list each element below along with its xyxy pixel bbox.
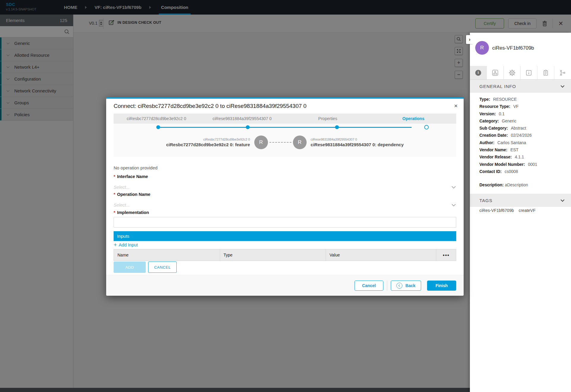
no-operation-text: No operation provided xyxy=(114,165,158,170)
field-vendor-model-number: Vendor Model Number:0001 xyxy=(479,161,537,168)
chevron-right-icon: › xyxy=(469,37,470,42)
column-type: Type xyxy=(220,249,326,261)
wizard-stepper: ciResbc7277d28cd9be3e92c2 0 ciRese983188… xyxy=(114,114,456,124)
tab-information-artifacts[interactable] xyxy=(520,66,537,79)
tags-section-header[interactable]: TAGS xyxy=(470,194,571,207)
field-resource-type: Resource Type:VF xyxy=(479,103,537,110)
step-dot-done xyxy=(335,125,339,129)
connection-dashed-line xyxy=(269,142,291,143)
back-button[interactable]: Back xyxy=(391,281,421,291)
panel-collapse-button[interactable]: › xyxy=(466,35,473,44)
field-contact-id: Contact ID:cs0008 xyxy=(479,168,537,175)
footer-divider xyxy=(387,281,387,291)
step-dot-done xyxy=(246,125,250,129)
tab-settings[interactable] xyxy=(504,66,521,79)
avatar: R xyxy=(475,41,489,55)
dependency-tree-icon xyxy=(559,70,566,76)
general-info-fields: Type:RESOURCE Resource Type:VF Version:0… xyxy=(479,96,537,175)
implementation-label: *Implementation xyxy=(114,210,149,215)
interface-name-label: *Interface Name xyxy=(114,174,148,179)
tab-general-info[interactable]: i xyxy=(470,66,487,79)
step-properties[interactable]: Properties xyxy=(285,114,371,124)
plus-icon: + xyxy=(114,243,117,247)
step-to-node[interactable]: ciRese9831884a39f29554307 0 xyxy=(199,114,285,124)
inputs-add-button[interactable]: ADD xyxy=(114,262,146,273)
chevron-down-icon xyxy=(452,202,456,206)
back-circle-icon xyxy=(396,283,402,289)
clipboard-icon xyxy=(542,70,549,76)
connect-wizard-modal: Connect: ciResbc7277d28cd9be3e92c2 0 to … xyxy=(106,97,464,296)
stepper-progress-line xyxy=(158,127,412,128)
field-vendor-release: Vendor Release:4.1.1 xyxy=(479,153,537,160)
ellipsis-icon: ●●● xyxy=(443,253,450,257)
inputs-cancel-button[interactable]: CANCEL xyxy=(148,262,177,273)
field-creation-date: Creation Date:02/24/2026 xyxy=(479,132,537,139)
chevron-down-icon xyxy=(452,185,456,188)
info-icon: i xyxy=(475,70,481,76)
modal-close-button[interactable]: × xyxy=(454,102,458,109)
tags-list: ciRes-VF1bf6709b createVF xyxy=(479,208,536,213)
field-type: Type:RESOURCE xyxy=(479,96,537,103)
cancel-button[interactable]: Cancel xyxy=(354,281,383,291)
close-icon: × xyxy=(454,102,458,109)
finish-button[interactable]: Finish xyxy=(427,281,456,291)
hierarchy-icon xyxy=(492,70,498,76)
implementation-input[interactable] xyxy=(114,217,456,228)
chevron-left-icon xyxy=(399,284,401,286)
gear-icon xyxy=(509,69,516,76)
add-input-button[interactable]: + Add Input xyxy=(114,242,138,247)
modal-title: Connect: ciResbc7277d28cd9be3e92c2 0 to … xyxy=(114,103,307,109)
column-name: Name xyxy=(114,249,220,261)
column-menu-dots[interactable]: ●●● xyxy=(436,249,456,261)
panel-tabs: i xyxy=(470,66,571,80)
tag-item: ciRes-VF1bf6709b xyxy=(479,208,514,213)
from-node-icon: R xyxy=(254,136,268,149)
from-node-labels: ciResbc7277d28cd9be3e92c2 0 ciResbc7277d… xyxy=(166,138,250,147)
step-operations[interactable]: Operations xyxy=(371,114,456,124)
general-info-section-header[interactable]: GENERAL INFO xyxy=(470,80,571,93)
column-value: Value xyxy=(326,249,436,261)
inputs-section-header: Inputs xyxy=(114,231,456,241)
field-author: Author:Carlos Santana xyxy=(479,139,537,146)
tags-title: TAGS xyxy=(479,198,492,203)
info-square-icon xyxy=(525,70,532,76)
connection-diagram: ciResbc7277d28cd9be3e92c2 0 ciResbc7277d… xyxy=(114,124,456,157)
chevron-down-icon xyxy=(561,84,564,88)
tag-item: createVF xyxy=(519,208,536,213)
resource-info-panel: › R ciRes-VF1bf6709b i xyxy=(470,33,571,392)
resource-title: ciRes-VF1bf6709b xyxy=(492,45,534,51)
operation-name-select[interactable]: Select... xyxy=(114,200,456,209)
screen: SDC v.1.14.5-SNAPSHOT HOME VF: ciRes-VF1… xyxy=(0,0,571,392)
tab-deployment-artifacts[interactable] xyxy=(537,66,554,79)
to-node-labels: ciRese9831884a39f29554307 0 ciRese983188… xyxy=(311,138,404,147)
field-sub-category: Sub Category:Abstract xyxy=(479,125,537,132)
required-asterisk: * xyxy=(114,174,115,179)
modal-footer: Cancel Back Finish xyxy=(106,275,464,296)
field-version: Version:0.1 xyxy=(479,110,537,117)
tab-composition-hierarchy[interactable] xyxy=(487,66,504,79)
field-category: Category:Generic xyxy=(479,117,537,125)
required-asterisk: * xyxy=(114,192,115,197)
chevron-down-icon xyxy=(561,198,564,202)
operation-name-label: *Operation Name xyxy=(114,192,150,197)
field-description: Description:aDescription xyxy=(479,182,528,187)
general-info-title: GENERAL INFO xyxy=(479,84,516,89)
required-asterisk: * xyxy=(114,210,115,215)
step-dot-current xyxy=(424,125,429,130)
field-vendor-name: Vendor Name:EST xyxy=(479,146,537,153)
step-from-node[interactable]: ciResbc7277d28cd9be3e92c2 0 xyxy=(114,114,199,124)
to-node-icon: R xyxy=(293,136,307,149)
inputs-table-header: Name Type Value ●●● xyxy=(114,249,456,261)
step-dot-done xyxy=(156,125,160,129)
tab-requirements-capabilities[interactable] xyxy=(554,66,571,79)
interface-name-select[interactable]: Select... xyxy=(114,182,456,191)
